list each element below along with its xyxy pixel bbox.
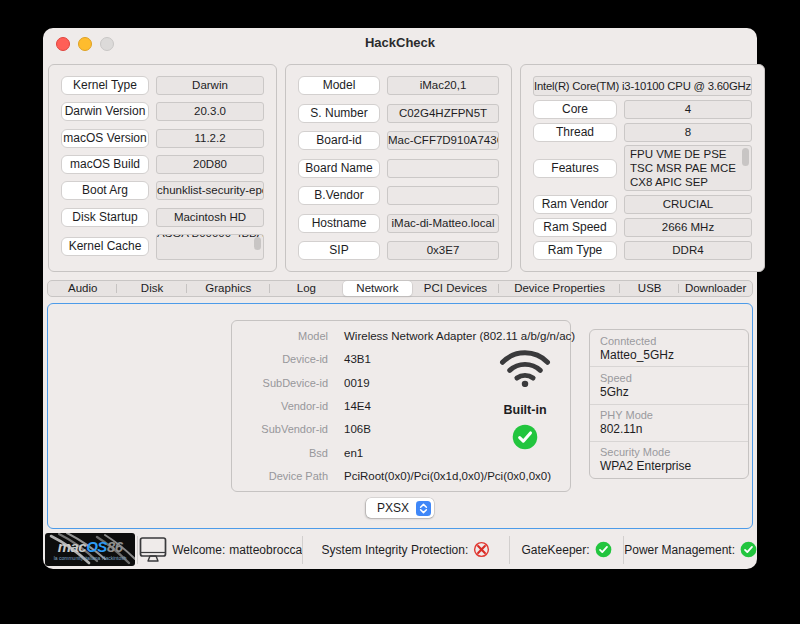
tab-usb[interactable]: USB	[620, 281, 679, 296]
field-label: Model	[298, 76, 380, 95]
detail-label: Bsd	[248, 447, 328, 459]
field-value: Macintosh HD	[156, 208, 264, 227]
field-value: 0x3E7	[387, 241, 499, 260]
welcome-label: Welcome:	[172, 543, 225, 557]
kernel-type-row: Kernel Type Darwin	[61, 76, 264, 95]
cpu-group: Intel(R) Core(TM) i3-10100 CPU @ 3.60GHz…	[520, 64, 765, 272]
sip-label: System Integrity Protection:	[322, 543, 469, 557]
field-label: Core	[533, 100, 617, 119]
field-value: DDR4	[624, 241, 752, 260]
field-label: Ram Speed	[533, 218, 617, 237]
net-device-path-row: Device Path PciRoot(0x0)/Pci(0x1d,0x0)/P…	[248, 470, 560, 482]
phy-mode-section: PHY Mode 802.11n	[590, 404, 748, 441]
kernel-cache-scrollbox[interactable]: ASGA B00000-4BBAGE	[156, 234, 264, 260]
macos-build-row: macOS Build 20D80	[61, 155, 264, 174]
darwin-version-row: Darwin Version 20.3.0	[61, 102, 264, 121]
field-value: 11.2.2	[156, 129, 264, 148]
net-model-row: Model Wireless Network Adapter (802.11 a…	[248, 330, 560, 342]
features-row: Features FPU VME DE PSE TSC MSR PAE MCE …	[533, 145, 752, 191]
detail-value: Wireless Network Adapter (802.11 a/b/g/n…	[344, 330, 575, 342]
connection-label: Speed	[600, 372, 748, 384]
core-row: Core 4	[533, 100, 752, 119]
status-footer: macOS86 la community italiana Hackintosh…	[43, 530, 757, 569]
kernel-cache-row: Kernel Cache ASGA B00000-4BBAGE	[61, 234, 264, 260]
power-management-label: Power Management:	[624, 543, 735, 557]
macos-version-row: macOS Version 11.2.2	[61, 129, 264, 148]
field-value: 8	[624, 123, 752, 142]
tab-downloader[interactable]: Downloader	[679, 281, 752, 296]
ram-speed-row: Ram Speed 2666 MHz	[533, 218, 752, 237]
field-label: Kernel Cache	[61, 237, 149, 256]
sip-row: SIP 0x3E7	[298, 241, 499, 260]
detail-label: SubDevice-id	[248, 377, 328, 389]
ram-type-row: Ram Type DDR4	[533, 241, 752, 260]
field-label: S. Number	[298, 104, 380, 123]
serial-number-row: S. Number C02G4HZFPN5T	[298, 104, 499, 123]
popup-stepper-icon	[416, 501, 431, 516]
wifi-icon	[498, 343, 552, 387]
monitor-icon	[138, 536, 168, 563]
popup-selected-value: PXSX	[377, 501, 409, 515]
tab-disk[interactable]: Disk	[117, 281, 186, 296]
logo-subtitle: la community italiana Hackintosh	[54, 555, 127, 561]
ram-vendor-row: Ram Vendor CRUCIAL	[533, 195, 752, 214]
detail-label: Device-id	[248, 353, 328, 365]
wifi-connection-box: Conntected Matteo_5GHz Speed 5Ghz PHY Mo…	[589, 329, 749, 479]
adapter-popup-button[interactable]: PXSX	[366, 498, 434, 518]
connection-value: Matteo_5GHz	[600, 348, 748, 362]
detail-value: 0019	[344, 377, 370, 389]
logo-wordmark: macOS86	[58, 539, 123, 554]
window-title: HackCheck	[43, 35, 757, 50]
field-value: 4	[624, 100, 752, 119]
scrollbar-thumb[interactable]	[742, 148, 749, 166]
network-details-box: Model Wireless Network Adapter (802.11 a…	[231, 320, 571, 492]
tab-network[interactable]: Network	[343, 281, 412, 296]
model-row: Model iMac20,1	[298, 76, 499, 95]
field-label: Board-id	[298, 131, 380, 150]
field-label: Boot Arg	[61, 181, 149, 200]
field-label: Ram Vendor	[533, 195, 617, 214]
connection-label: Security Mode	[600, 446, 748, 458]
features-scrollbox[interactable]: FPU VME DE PSE TSC MSR PAE MCE CX8 APIC …	[624, 145, 752, 191]
tab-device-properties[interactable]: Device Properties	[499, 281, 620, 296]
detail-label: Model	[248, 330, 328, 342]
scrollbar-thumb[interactable]	[254, 237, 261, 250]
board-name-row: Board Name	[298, 159, 499, 178]
tab-graphics[interactable]: Graphics	[187, 281, 270, 296]
detail-value: 14E4	[344, 400, 371, 412]
macos86-logo: macOS86 la community italiana Hackintosh	[45, 533, 135, 566]
field-label: Board Name	[298, 159, 380, 178]
field-value: 20.3.0	[156, 102, 264, 121]
detail-value: 43B1	[344, 353, 371, 365]
boot-arg-row: Boot Arg chunklist-security-epoch	[61, 181, 264, 200]
tab-log[interactable]: Log	[270, 281, 343, 296]
field-label: SIP	[298, 241, 380, 260]
field-value: CRUCIAL	[624, 195, 752, 214]
thread-row: Thread 8	[533, 123, 752, 142]
connection-label: PHY Mode	[600, 409, 748, 421]
field-value: iMac20,1	[387, 76, 499, 95]
field-value: 2666 MHz	[624, 218, 752, 237]
connection-value: WPA2 Enterprise	[600, 459, 748, 473]
field-label: B.Vendor	[298, 186, 380, 205]
detail-label: Device Path	[248, 470, 328, 482]
gatekeeper-status-section: GateKeeper:	[510, 541, 623, 558]
connection-value: 802.11n	[600, 422, 748, 436]
tab-audio[interactable]: Audio	[48, 281, 117, 296]
welcome-section: Welcome: matteobrocca	[138, 536, 302, 563]
connection-value: 5Ghz	[600, 385, 748, 399]
connection-label: Conntected	[600, 335, 748, 347]
field-value: ASGA B00000-4BBAGE	[157, 234, 263, 239]
section-tabs: Audio Disk Graphics Log Network PCI Devi…	[47, 280, 753, 297]
field-value: iMac-di-Matteo.local	[387, 214, 499, 233]
system-info-groups: Kernel Type Darwin Darwin Version 20.3.0…	[48, 64, 752, 272]
hackcheck-window: HackCheck Kernel Type Darwin Darwin Vers…	[43, 28, 757, 569]
field-value: Mac-CFF7D910A743CAAF	[387, 131, 499, 150]
tab-pci-devices[interactable]: PCI Devices	[412, 281, 499, 296]
gatekeeper-label: GateKeeper:	[522, 543, 590, 557]
field-label: macOS Build	[61, 155, 149, 174]
security-mode-section: Security Mode WPA2 Enterprise	[590, 441, 748, 478]
detail-value: en1	[344, 447, 363, 459]
field-label: Ram Type	[533, 241, 617, 260]
field-label: Hostname	[298, 214, 380, 233]
